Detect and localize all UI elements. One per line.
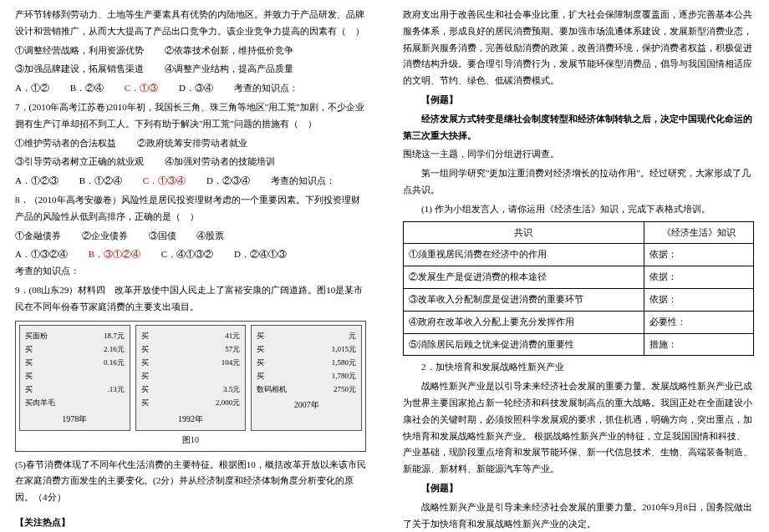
- choice-row-3: A．①③②④ B．③①②④ C．④①③② D．②④①③ 考查的知识点：: [15, 246, 366, 280]
- option-row-2b: ③引导劳动者树立正确的就业观 ④加强对劳动者的技能培训: [15, 154, 366, 170]
- row-val: 1,580元: [332, 356, 356, 369]
- opt: ③加强品牌建设，拓展销售渠道: [15, 61, 144, 78]
- opt: ①金融债券: [15, 228, 61, 245]
- row-lab: 买: [25, 369, 33, 383]
- row-val: 2750元: [334, 383, 356, 396]
- row-val: 104元: [222, 356, 241, 369]
- row-lab: 数码相机: [257, 383, 287, 396]
- cell: 措施：: [644, 333, 753, 356]
- example-sub: 围绕这一主题，同学们分组进行调查。: [403, 146, 754, 163]
- kp-label: 考查的知识点：: [15, 263, 79, 280]
- right-para1: 政府支出用于改善民生和社会事业比重，扩大社会保障制度覆盖面，逐步完善基本公共服务…: [403, 7, 754, 89]
- card-rows: 买41元 买57元 买104元 买 买3.5元 买2,000元: [141, 329, 241, 410]
- choice-c: C．①③: [125, 80, 158, 97]
- right-column: 政府支出用于改善民生和社会事业比重，扩大社会保障制度覆盖面，逐步完善基本公共服务…: [384, 0, 769, 532]
- left-column: 产环节转移到劳动力、土地等生产要素具有优势的内陆地区。并致力于产品研发、品牌设计…: [0, 0, 384, 532]
- row-lab: 买: [257, 369, 264, 383]
- table-row: ④政府在改革收入分配上要充分发挥作用必要性：: [404, 311, 754, 333]
- option-row-3: ①金融债券 ②企业债券 ③国债 ④股票: [15, 228, 366, 245]
- table-row: ③改革收入分配制度是促进消费的重要环节依据：: [404, 288, 754, 311]
- row-lab: 买: [141, 396, 149, 409]
- consensus-table: 共识 《经济生活》知识 ①须重视居民消费在经济中的作用依据： ②发展生产是促进消…: [403, 221, 754, 357]
- row-lab: 买: [25, 342, 33, 356]
- kp-label: 考查的知识点：: [234, 80, 298, 97]
- row-val: 1,015元: [332, 342, 356, 356]
- task1-text: (1) 作为小组发言人，请你运用《经济生活》知识，完成下表格式培训。: [403, 201, 754, 218]
- row-val: 57元: [225, 342, 240, 356]
- row-val: 0.16元: [104, 356, 125, 369]
- choice-a: A．①③②④: [15, 246, 68, 263]
- opt: ③引导劳动者树立正确的就业观: [15, 154, 144, 170]
- example2-heading: 【例题】: [403, 480, 754, 497]
- cell: ①须重视居民消费在经济中的作用: [404, 244, 644, 266]
- table-row: ②发展生产是促进消费的根本途径依据：: [404, 266, 754, 289]
- row-val: 2.16元: [104, 342, 125, 356]
- row-lab: 买: [25, 356, 33, 369]
- cell: 依据：: [644, 288, 753, 311]
- table-row: ①须重视居民消费在经济中的作用依据：: [404, 244, 754, 266]
- opt: ④调整产业结构，提高产品质量: [165, 61, 293, 78]
- choice-c: C．①③④: [143, 173, 186, 190]
- option-row-2a: ①维护劳动者的合法权益 ②政府统筹安排劳动者就业: [15, 135, 366, 152]
- choice-a: A．①②③: [15, 173, 59, 190]
- hotspot-heading: 【关注热点】: [15, 514, 366, 531]
- kp-label: 考查的知识点：: [271, 173, 335, 190]
- choice-b: B．③①②④: [89, 246, 140, 263]
- row-lab: 买: [25, 383, 33, 396]
- question-9: 9．(08山东29）材料四 改革开放使中国人民走上了富裕安康的广阔道路。图10是…: [15, 282, 366, 316]
- choice-row-2: A．①②③ B．①②④ C．①③④ D．②③④ 考查的知识点：: [15, 173, 366, 190]
- row-lab: 买: [141, 383, 149, 396]
- opt: ①调整经营战略，利用资源优势: [15, 43, 144, 59]
- opt: ④加强对劳动者的技能培训: [165, 154, 275, 170]
- choice-d: D．②④①③: [234, 246, 287, 263]
- opt: ④股票: [196, 228, 224, 245]
- cell: ⑤消除居民后顾之忧来促进消费的重要性: [404, 333, 644, 356]
- row-val: 2,000元: [216, 396, 240, 409]
- row-lab: 买: [257, 356, 264, 369]
- figure-10: 买面粉18.7元 买2.16元 买0.16元 买 买.13元 买肉羊毛 1978…: [15, 321, 366, 452]
- row-val: 41元: [225, 329, 240, 342]
- question-8: 8．（2010年高考安徽卷）风险性是居民投资理财考虑的一个重要因素。下列投资理财…: [15, 192, 366, 225]
- card-year: 1992年: [141, 412, 241, 427]
- card-year: 2007年: [257, 398, 356, 413]
- example-heading: 【例题】: [403, 92, 754, 109]
- card-2007: 买元 买1,015元 买1,580元 买1,780元 数码相机2750元 200…: [251, 325, 362, 431]
- sec2-title: 2．加快培育和发展战略性新兴产业: [403, 359, 754, 376]
- card-1992: 买41元 买57元 买104元 买 买3.5元 买2,000元 1992年: [135, 325, 247, 431]
- row-val: 1,780元: [332, 369, 356, 383]
- opt: ①维护劳动者的合法权益: [15, 135, 116, 152]
- cell: 必要性：: [644, 311, 753, 333]
- cell: ③改革收入分配制度是促进消费的重要环节: [404, 288, 644, 311]
- intro-paragraph: 产环节转移到劳动力、土地等生产要素具有优势的内陆地区。并致力于产品研发、品牌设计…: [15, 7, 366, 40]
- row-lab: 买: [257, 329, 264, 342]
- row-lab: 买: [141, 356, 149, 369]
- row-lab: 买: [141, 342, 149, 356]
- question-7: 7．(2010年高考江苏卷)2010年初，我国长三角、珠三角等地区"用工荒"加剧…: [15, 99, 366, 133]
- figure-caption: 图10: [19, 433, 362, 448]
- card-1978: 买面粉18.7元 买2.16元 买0.16元 买 买.13元 买肉羊毛 1978…: [19, 325, 130, 431]
- choice-d: D．③④: [179, 80, 213, 97]
- row-lab: 买: [141, 329, 149, 342]
- choice-b: B．②④: [70, 80, 104, 97]
- row-lab: 买: [141, 369, 149, 383]
- example-paragraph: 经济发展方式转变是继社会制度转型和经济体制转轨之后，决定中国现代化命运的第三次重…: [403, 111, 754, 144]
- cell: 依据：: [644, 266, 753, 289]
- sec2-paragraph: 战略性新兴产业是以引导未来经济社会发展的重要力量。发展战略性新兴产业已成为世界主…: [403, 378, 754, 478]
- row-lab: 买面粉: [25, 329, 48, 342]
- example2-paragraph: 战略性新兴产业是引导未来经济社会发展的重要力量。2010年9月8日，国务院做出了…: [403, 499, 754, 532]
- row-val: 3.5元: [223, 383, 240, 396]
- question-9-sub: (5)春节消费体现了不同年代生活消费的主要特征。根据图10，概括改革开放以来该市…: [15, 457, 366, 506]
- th-knowledge: 《经济生活》知识: [644, 221, 753, 244]
- cell: ④政府在改革收入分配上要充分发挥作用: [404, 311, 644, 333]
- choice-c: C．④①③②: [161, 246, 213, 263]
- choice-row-1: A．①② B．②④ C．①③ D．③④ 考查的知识点：: [15, 80, 366, 97]
- cell: 依据：: [644, 244, 753, 266]
- row-val: .13元: [107, 383, 124, 396]
- choice-d: D．②③④: [206, 173, 250, 190]
- card-rows: 买元 买1,015元 买1,580元 买1,780元 数码相机2750元: [257, 329, 356, 397]
- th-consensus: 共识: [404, 221, 644, 244]
- row-lab: 买肉羊毛: [25, 396, 55, 409]
- group1-text: 第一组同学研究"更加注重消费对经济增长的拉动作用"。经过研究，大家形成了几点共识…: [403, 165, 754, 199]
- opt: ③国债: [149, 228, 176, 245]
- table-row: 共识 《经济生活》知识: [404, 221, 754, 244]
